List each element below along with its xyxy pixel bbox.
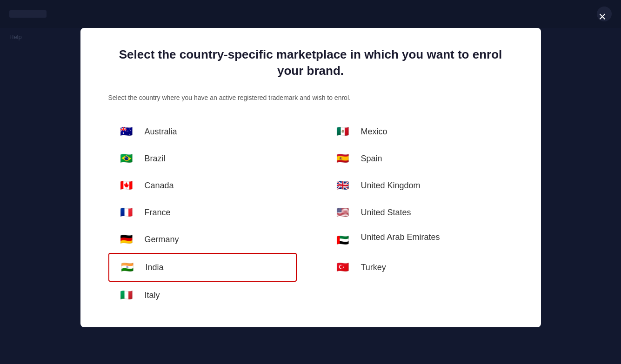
modal-dialog: Select the country-specific marketplace … bbox=[80, 28, 541, 327]
close-button[interactable]: × bbox=[593, 7, 612, 26]
country-name-de: Germany bbox=[145, 235, 179, 245]
country-item-us[interactable]: 🇺🇸 United States bbox=[325, 199, 513, 226]
country-col-right: 🇲🇽 Mexico 🇪🇸 Spain 🇬🇧 United Kingdom 🇺🇸 bbox=[325, 118, 513, 309]
flag-au: 🇦🇺 bbox=[116, 125, 137, 139]
flag-it: 🇮🇹 bbox=[116, 288, 137, 302]
flag-fr: 🇫🇷 bbox=[116, 205, 137, 219]
country-name-br: Brazil bbox=[145, 154, 166, 164]
country-item-it[interactable]: 🇮🇹 Italy bbox=[108, 282, 297, 309]
flag-ca: 🇨🇦 bbox=[116, 179, 137, 192]
flag-br: 🇧🇷 bbox=[116, 152, 137, 165]
modal-subtitle: Select the country where you have an act… bbox=[108, 94, 513, 101]
flag-mx: 🇲🇽 bbox=[332, 125, 354, 139]
country-item-ae[interactable]: 🇦🇪 United Arab Emirates bbox=[325, 226, 513, 254]
country-name-tr: Turkey bbox=[361, 263, 386, 272]
country-name-in: India bbox=[146, 263, 164, 272]
modal-content: Select the country-specific marketplace … bbox=[80, 28, 541, 327]
flag-us: 🇺🇸 bbox=[332, 205, 354, 219]
country-item-in[interactable]: 🇮🇳 India bbox=[108, 253, 297, 282]
country-name-mx: Mexico bbox=[361, 127, 387, 137]
country-name-ca: Canada bbox=[145, 181, 174, 191]
modal-title: Select the country-specific marketplace … bbox=[108, 46, 513, 79]
country-item-es[interactable]: 🇪🇸 Spain bbox=[325, 145, 513, 172]
country-name-es: Spain bbox=[361, 154, 382, 164]
country-item-tr[interactable]: 🇹🇷 Turkey bbox=[325, 254, 513, 281]
country-col-left: 🇦🇺 Australia 🇧🇷 Brazil 🇨🇦 Canada 🇫🇷 Fra bbox=[108, 118, 297, 309]
country-item-au[interactable]: 🇦🇺 Australia bbox=[108, 118, 297, 145]
country-item-ca[interactable]: 🇨🇦 Canada bbox=[108, 172, 297, 199]
country-item-fr[interactable]: 🇫🇷 France bbox=[108, 199, 297, 226]
country-name-gb: United Kingdom bbox=[361, 181, 421, 191]
country-name-us: United States bbox=[361, 208, 411, 218]
country-name-ae: United Arab Emirates bbox=[361, 232, 440, 242]
country-item-gb[interactable]: 🇬🇧 United Kingdom bbox=[325, 172, 513, 199]
country-item-mx[interactable]: 🇲🇽 Mexico bbox=[325, 118, 513, 145]
flag-es: 🇪🇸 bbox=[332, 152, 354, 165]
flag-ae: 🇦🇪 bbox=[332, 233, 354, 247]
country-item-br[interactable]: 🇧🇷 Brazil bbox=[108, 145, 297, 172]
flag-tr: 🇹🇷 bbox=[332, 260, 354, 274]
country-item-de[interactable]: 🇩🇪 Germany bbox=[108, 226, 297, 253]
country-grid: 🇦🇺 Australia 🇧🇷 Brazil 🇨🇦 Canada 🇫🇷 Fra bbox=[108, 118, 513, 309]
country-name-fr: France bbox=[145, 208, 171, 218]
flag-gb: 🇬🇧 bbox=[332, 179, 354, 192]
country-name-it: Italy bbox=[145, 291, 160, 300]
country-name-au: Australia bbox=[145, 127, 177, 137]
flag-in: 🇮🇳 bbox=[117, 260, 138, 274]
modal-overlay: Select the country-specific marketplace … bbox=[0, 0, 621, 364]
flag-de: 🇩🇪 bbox=[116, 232, 137, 246]
